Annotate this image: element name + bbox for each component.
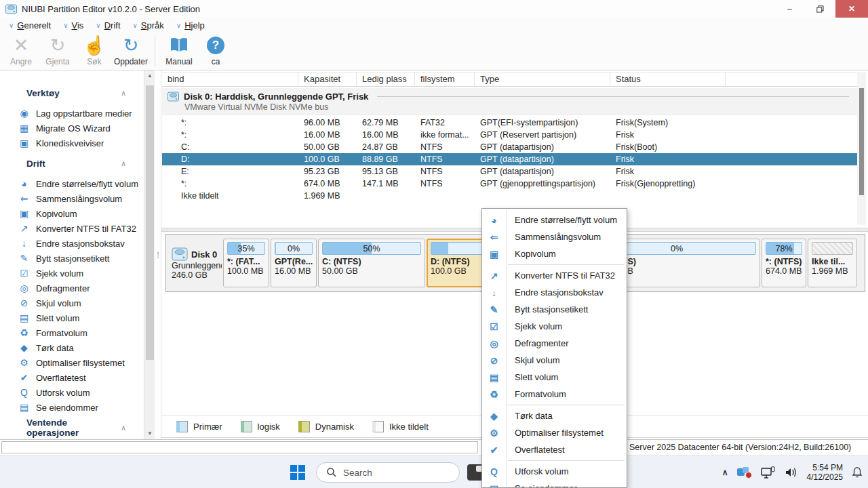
column-header-kapasitet[interactable]: Kapasitet xyxy=(298,73,357,87)
sidebar-item-overflatetest[interactable]: ✔Overflatetest xyxy=(0,370,144,385)
context-menu-item-defragmenter[interactable]: ◎Defragmenter xyxy=(482,335,627,352)
table-scrollbar[interactable] xyxy=(857,72,866,225)
restore-button[interactable] xyxy=(805,0,835,18)
sidebar-item-migrate-os-wizard[interactable]: ▦Migrate OS Wizard xyxy=(0,121,144,136)
sidebar-item-sammenslåingsvolum[interactable]: ⇐Sammenslåingsvolum xyxy=(0,191,144,206)
table-row-e[interactable]: E:95.23 GB95.13 GBNTFSGPT (datapartisjon… xyxy=(162,165,857,178)
sidebar-item-endre-størrelse-flytt-volum[interactable]: ◕Endre størrelse/flytt volum xyxy=(0,176,144,191)
disk-group-row[interactable]: Disk 0: Harddisk, Grunnleggende GPT, Fri… xyxy=(162,88,857,115)
sidebar-item-endre-stasjonsbokstav[interactable]: ↓Endre stasjonsbokstav xyxy=(0,236,144,251)
optimize-icon: ⚙ xyxy=(18,357,30,368)
column-header-ledig-plass[interactable]: Ledig plass xyxy=(357,73,415,87)
sidebar-item-bytt-stasjonsetikett[interactable]: ✎Bytt stasjonsetikett xyxy=(0,251,144,266)
context-menu-item-skjul-volum[interactable]: ⊘Skjul volum xyxy=(482,352,627,369)
context-menu-item-konverter-ntfs-til-fat32[interactable]: ↗Konverter NTFS til FAT32 xyxy=(482,267,627,284)
context-menu-item-bytt-stasjonsetikett[interactable]: ✎Bytt stasjonsetikett xyxy=(482,301,627,318)
section-header-ventende-operasjoner[interactable]: Ventende operasjoner∧ xyxy=(0,420,144,435)
ca-button[interactable]: ?ca xyxy=(197,33,234,66)
table-row-item[interactable]: *:674.0 MB147.1 MBNTFSGPT (gjenopprettin… xyxy=(162,178,857,190)
sidebar-item-skjul-volum[interactable]: ⊘Skjul volum xyxy=(0,296,144,310)
context-menu-item-label: Sammenslåingsvolum xyxy=(515,232,601,242)
table-row-ikke-tildelt[interactable]: Ikke tildelt1.969 MB xyxy=(162,190,857,202)
chevron-down-icon: ∨ xyxy=(176,22,181,29)
context-menu-item-optimaliser-filsystemet[interactable]: ⚙Optimaliser filsystemet xyxy=(482,424,627,441)
section-header-drift[interactable]: Drift∧ xyxy=(0,156,144,171)
sidebar-scrollbar[interactable]: ▲ ▼ xyxy=(144,70,155,439)
close-button[interactable]: ✕ xyxy=(835,0,868,18)
column-header-bind[interactable]: bind xyxy=(162,73,298,87)
legend-swatch xyxy=(298,421,310,432)
table-scrollbar-thumb[interactable] xyxy=(859,88,864,195)
cell-ledig-plass: 24.87 GB xyxy=(357,142,415,152)
context-menu-item-endre-størrelse-flytt-volum[interactable]: ◕Endre størrelse/flytt volum xyxy=(482,211,627,228)
context-menu-item-sammenslåingsvolum[interactable]: ⇐Sammenslåingsvolum xyxy=(482,228,627,245)
oppdater-button[interactable]: ↻Oppdater xyxy=(113,33,149,66)
menu-item-hjelp[interactable]: ∨Hjelp xyxy=(170,18,211,33)
table-row-item[interactable]: *:96.00 MB62.79 MBFAT32GPT(EFI-systempar… xyxy=(162,117,857,129)
disk-info-block[interactable]: Disk 0 Grunnleggend 246.0 GB xyxy=(169,246,222,280)
sidebar-item-se-eiendommer[interactable]: ▤Se eiendommer xyxy=(0,400,144,415)
partition-block-gpt-re[interactable]: 0%GPT(Re...16.00 MB xyxy=(271,239,317,287)
volume-icon[interactable] xyxy=(785,467,798,478)
sidebar-item-sjekk-volum[interactable]: ☑Sjekk volum xyxy=(0,266,144,281)
legend-swatch xyxy=(241,421,252,432)
sidebar-item-tørk-data[interactable]: ◆Tørk data xyxy=(0,340,144,355)
clock[interactable]: 5:54 PM 4/12/2025 xyxy=(807,463,843,482)
context-menu-item-se-eiendommer[interactable]: ▤Se eiendommer xyxy=(482,480,627,488)
partition-label: Ikke til... xyxy=(812,257,853,266)
table-row-item[interactable]: *:16.00 MB16.00 MBikke format...GPT (Res… xyxy=(162,129,857,141)
sidebar-item-utforsk-volum[interactable]: QUtforsk volum xyxy=(0,385,144,400)
display-icon[interactable] xyxy=(761,466,776,479)
properties-icon: ▤ xyxy=(482,483,506,488)
column-header-type[interactable]: Type xyxy=(475,73,610,87)
context-menu-item-overflatetest[interactable]: ✔Overflatetest xyxy=(482,441,627,458)
partition-block-ntfs[interactable]: 78%*: (NTFS)674.0 MB xyxy=(762,239,806,287)
context-menu-item-utforsk-volum[interactable]: QUtforsk volum xyxy=(482,463,627,480)
sidebar-item-defragmenter[interactable]: ◎Defragmenter xyxy=(0,281,144,296)
column-header-status[interactable]: Status xyxy=(610,73,726,87)
tray-expand-icon[interactable]: ∧ xyxy=(722,468,728,477)
context-menu-item-slett-volum[interactable]: ▤Slett volum xyxy=(482,369,627,386)
menu-item-vis[interactable]: ∨Vis xyxy=(57,18,90,33)
context-menu-item-tørk-data[interactable]: ◆Tørk data xyxy=(482,407,627,424)
menu-item-label: Vis xyxy=(72,20,84,30)
section-header-verktøy[interactable]: Verktøy∧ xyxy=(0,85,144,100)
scrollbar-thumb[interactable] xyxy=(146,85,154,360)
context-menu-item-kopivolum[interactable]: ▣Kopivolum xyxy=(482,245,627,262)
context-menu-item-endre-stasjonsbokstav[interactable]: ↓Endre stasjonsbokstav xyxy=(482,284,627,301)
sidebar-item-klonediskveiviser[interactable]: ▣Klonediskveiviser xyxy=(0,136,144,150)
sidebar-item-slett-volum[interactable]: ▤Slett volum xyxy=(0,310,144,325)
manual-button[interactable]: Manual xyxy=(161,33,197,66)
sidebar-item-kopivolum[interactable]: ▣Kopivolum xyxy=(0,206,144,221)
context-menu-item-formatvolum[interactable]: ♻Formatvolum xyxy=(482,386,627,403)
sidebar-item-lag-oppstartbare-medier[interactable]: ◉Lag oppstartbare medier xyxy=(0,106,144,121)
sidebar-item-formatvolum[interactable]: ♻Formatvolum xyxy=(0,325,144,340)
column-header-filsystem[interactable]: filsystem xyxy=(415,73,475,87)
start-button[interactable] xyxy=(290,465,305,480)
network-status-icon[interactable] xyxy=(737,466,752,479)
convert-icon: ↗ xyxy=(18,223,30,234)
scroll-up-icon[interactable]: ▲ xyxy=(144,70,155,81)
context-menu-item-label: Overflatetest xyxy=(515,445,565,455)
legend-item-ikke-tildelt: Ikke tildelt xyxy=(372,421,429,432)
menu-separator xyxy=(508,460,625,461)
context-menu-item-sjekk-volum[interactable]: ☑Sjekk volum xyxy=(482,318,627,335)
partition-block-c-ntfs[interactable]: 50%C: (NTFS)50.00 GB xyxy=(318,239,425,287)
sidebar-item-konverter-ntfs-til-fat32[interactable]: ↗Konverter NTFS til FAT32 xyxy=(0,221,144,236)
menu-item-generelt[interactable]: ∨Generelt xyxy=(3,18,57,33)
table-row-d[interactable]: D:100.0 GB88.89 GBNTFSGPT (datapartisjon… xyxy=(162,153,857,165)
copy-icon: ▣ xyxy=(18,208,30,219)
splitter-handle[interactable]: ⁞ xyxy=(155,70,161,439)
partition-block-fat[interactable]: 35%*: (FAT...100.0 MB xyxy=(223,239,269,287)
taskbar-search[interactable]: Search xyxy=(316,462,460,483)
menu-item-drift[interactable]: ∨Drift xyxy=(90,18,126,33)
table-row-c[interactable]: C:50.00 GB24.87 GBNTFSGPT (datapartisjon… xyxy=(162,141,857,153)
sidebar-item-optimaliser-filsystemet[interactable]: ⚙Optimaliser filsystemet xyxy=(0,355,144,370)
cell-bind: E: xyxy=(162,167,298,176)
menu-item-språk[interactable]: ∨Språk xyxy=(127,18,170,33)
notifications-bell-icon[interactable] xyxy=(852,466,863,479)
partition-block-ikke-til[interactable]: Ikke til...1.969 MB xyxy=(808,239,857,287)
drive-letter-icon: ↓ xyxy=(482,287,506,298)
minimize-button[interactable]: – xyxy=(774,0,805,18)
scroll-down-icon[interactable]: ▼ xyxy=(144,428,155,439)
